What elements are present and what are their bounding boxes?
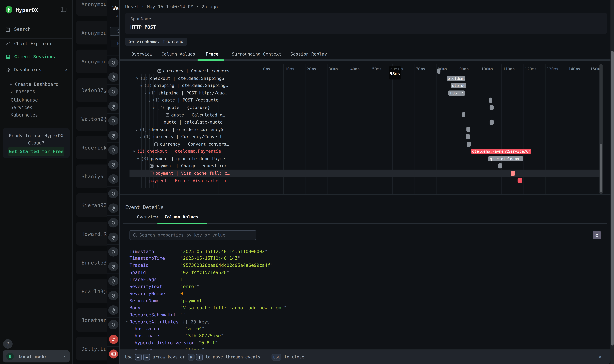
- trace-row[interactable]: ∨(1)shipping | oteldemo.Shipping…otelde: [130, 82, 600, 90]
- event-row[interactable]: [107, 84, 119, 99]
- trace-row[interactable]: payment | Charge request rec…: [130, 162, 600, 170]
- event-row[interactable]: [107, 55, 119, 70]
- help-button[interactable]: ?: [3, 339, 13, 349]
- property-row[interactable]: TimestampTime"2025-05-15T12:40:14Z": [130, 255, 240, 262]
- trace-span-label[interactable]: payment | Visa cache full: c…: [150, 170, 238, 177]
- property-row[interactable]: TraceFlags1: [130, 276, 183, 283]
- trace-span-label[interactable]: ∨(1)shipping | POST http://quo…: [144, 90, 233, 97]
- tab-overview[interactable]: Overview: [131, 52, 152, 57]
- session-list-item[interactable]: Roderick_S: [76, 136, 107, 159]
- events-search-input[interactable]: Sea: [110, 27, 119, 36]
- event-row[interactable]: [107, 303, 119, 317]
- trace-row[interactable]: ∨(1)currency | Currency/Convert: [130, 133, 600, 141]
- trace-span-label[interactable]: ∨(1)quote | POST /getquote: [148, 97, 236, 104]
- triangle-down-icon[interactable]: ▾: [126, 320, 128, 324]
- event-row[interactable]: [107, 215, 119, 230]
- event-row[interactable]: [107, 128, 119, 143]
- property-row[interactable]: Body"Visa cache full: cannot add new ite…: [130, 304, 287, 311]
- span-duration-bar[interactable]: [489, 98, 492, 103]
- create-dashboard-button[interactable]: + Create Dashboard: [10, 81, 58, 87]
- property-row[interactable]: ▾ResourceAttributes{} 20 keys: [130, 318, 210, 325]
- event-details-tab-column-values[interactable]: Column Values: [165, 214, 198, 220]
- event-row[interactable]: [107, 157, 119, 172]
- property-row[interactable]: ResourceSchemaUrl"": [130, 311, 186, 318]
- event-row[interactable]: [107, 99, 119, 113]
- property-row[interactable]: SpanId"021fcfc15c1e9528": [130, 269, 229, 276]
- close-icon[interactable]: ✕: [599, 354, 602, 360]
- span-duration-bar[interactable]: oteldemo.PaymentService/Char: [471, 149, 531, 154]
- chevron-down-icon[interactable]: ∨: [136, 77, 138, 80]
- event-row[interactable]: [107, 244, 119, 259]
- trace-row[interactable]: ∨(1)checkout | oteldemo.CurrencySe…: [130, 126, 600, 133]
- sidebar-item-dashboards[interactable]: Dashboards ∧: [6, 67, 67, 72]
- sidebar-item-chart-explorer[interactable]: Chart Explorer: [6, 41, 52, 46]
- span-duration-bar[interactable]: POST h: [448, 90, 466, 95]
- gear-icon[interactable]: ⚙: [593, 231, 601, 239]
- event-row[interactable]: [107, 259, 119, 273]
- scrollbar-thumb[interactable]: [611, 51, 614, 346]
- span-duration-bar[interactable]: oteldemo.: [447, 76, 465, 81]
- trace-span-label[interactable]: quote | calculate-quote: [164, 119, 252, 126]
- session-list-item[interactable]: Pearl43@ho: [76, 279, 107, 303]
- sidebar-item-services[interactable]: Services: [11, 105, 32, 110]
- span-duration-bar[interactable]: [467, 142, 471, 147]
- property-row[interactable]: TraceId"957362828baa84dc02d95a4e6e99ca4f…: [130, 262, 273, 269]
- span-duration-bar[interactable]: [490, 105, 494, 110]
- span-duration-bar[interactable]: [511, 171, 515, 176]
- chevron-down-icon[interactable]: ∨: [144, 91, 147, 95]
- span-duration-bar[interactable]: [466, 134, 470, 139]
- sidebar-collapse-icon[interactable]: [61, 7, 66, 12]
- event-row[interactable]: [107, 332, 119, 346]
- session-list-item[interactable]: Deion37@gm: [76, 78, 107, 102]
- session-list-item[interactable]: Walton9@ho: [76, 107, 107, 130]
- tab-session-replay[interactable]: Session Replay: [290, 52, 327, 57]
- trace-row[interactable]: ∨(3)payment | grpc.oteldemo.Paymen…grpc.…: [130, 155, 600, 162]
- trace-span-label[interactable]: ∨(1)checkout | oteldemo.PaymentServi…: [133, 148, 221, 155]
- sidebar-item-clickhouse[interactable]: Clickhouse: [11, 97, 38, 103]
- trace-span-label[interactable]: ∨(1)checkout | oteldemo.ShippingSe…: [136, 75, 224, 82]
- trace-span-label[interactable]: ∨(1)currency | Currency/Convert: [139, 133, 227, 141]
- chevron-down-icon[interactable]: ∨: [139, 135, 142, 139]
- span-duration-bar[interactable]: [518, 178, 522, 183]
- session-list-item[interactable]: Ernesto33@: [76, 251, 107, 274]
- session-list-item[interactable]: Jonathan.B: [76, 308, 107, 332]
- chevron-down-icon[interactable]: ∨: [140, 84, 142, 88]
- event-row[interactable]: [107, 143, 119, 157]
- trace-row[interactable]: quote | calculate-quote: [130, 119, 600, 126]
- trace-row[interactable]: ∨(1)shipping | POST http://quo…POST h: [130, 90, 600, 97]
- event-row[interactable]: [107, 346, 119, 361]
- session-list-item[interactable]: Anonymous: [76, 0, 107, 16]
- trace-span-label[interactable]: ∨(1)checkout | oteldemo.CurrencySe…: [135, 126, 224, 133]
- trace-span-label[interactable]: payment | Charge request rec…: [150, 162, 238, 170]
- property-row[interactable]: Timestamp"2025-05-15T12:40:14.511000000Z…: [130, 248, 267, 255]
- event-row[interactable]: [107, 171, 119, 186]
- session-list-item[interactable]: Anonymous: [76, 21, 107, 44]
- trace-span-label[interactable]: currency | Convert convers…: [154, 141, 243, 148]
- trace-row[interactable]: payment | Error: Visa cache ful…: [130, 177, 600, 184]
- sidebar-item-kubernetes[interactable]: Kubernetes: [11, 112, 38, 118]
- get-started-button[interactable]: Get Started for Free: [8, 147, 64, 156]
- service-name-chip[interactable]: ServiceName: frontend: [125, 38, 187, 46]
- property-row[interactable]: ServiceName"payment": [130, 297, 205, 304]
- trace-span-label[interactable]: payment | Error: Visa cache ful…: [149, 177, 237, 184]
- tab-trace[interactable]: Trace: [206, 52, 218, 57]
- event-row[interactable]: [107, 70, 119, 84]
- event-row[interactable]: [107, 273, 119, 288]
- trace-row[interactable]: ∨(1)checkout | oteldemo.ShippingSe…oteld…: [130, 75, 600, 82]
- sidebar-item-client-sessions[interactable]: Client Sessions: [6, 54, 55, 59]
- page-scrollbar[interactable]: [610, 0, 614, 364]
- session-list-item[interactable]: Shaniya.Sc: [76, 165, 107, 188]
- trace-scrollbar[interactable]: [599, 64, 602, 194]
- event-row[interactable]: [107, 186, 119, 201]
- property-row[interactable]: host.name"3fbc80775a5e": [135, 332, 224, 339]
- property-search-input[interactable]: [139, 231, 253, 240]
- event-row[interactable]: [107, 201, 119, 215]
- property-row[interactable]: SeverityText"error": [130, 283, 199, 290]
- tab-column-values[interactable]: Column Values: [161, 52, 195, 57]
- scrollbar-thumb[interactable]: [600, 143, 602, 192]
- trace-span-label[interactable]: currency | Convert convers…: [157, 67, 246, 75]
- trace-row[interactable]: currency | Convert convers…: [130, 141, 600, 148]
- trace-span-label[interactable]: quote | Calculated q…: [166, 111, 254, 119]
- property-row[interactable]: host.arch"arm64": [135, 325, 205, 332]
- logo[interactable]: HyperDX: [5, 6, 38, 14]
